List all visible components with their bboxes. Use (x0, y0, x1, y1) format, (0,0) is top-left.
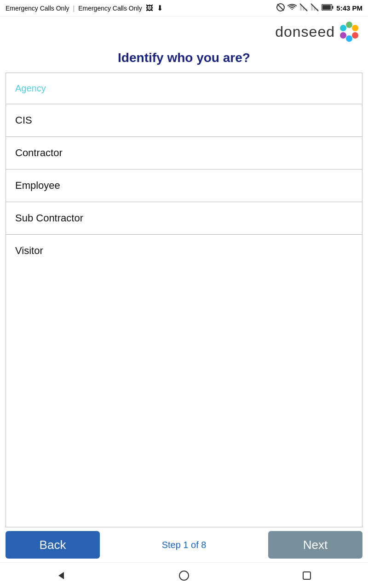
back-button[interactable]: Back (6, 531, 100, 559)
logo-text: donseed (275, 23, 335, 40)
bottom-nav: Back Step 1 of 8 Next (0, 527, 368, 562)
download-icon: ⬇ (157, 4, 163, 12)
svg-point-15 (352, 32, 358, 39)
signal-off-icon-2 (310, 3, 319, 13)
emergency-text-1: Emergency Calls Only (6, 5, 69, 12)
list-header: Agency (6, 73, 362, 104)
list-item-cis[interactable]: CIS (6, 104, 362, 137)
svg-point-13 (346, 22, 352, 28)
system-nav (0, 562, 368, 588)
logo: donseed (275, 20, 361, 43)
list-item-visitor[interactable]: Visitor (6, 235, 362, 267)
svg-point-19 (345, 28, 353, 35)
svg-point-16 (346, 35, 352, 42)
svg-rect-12 (322, 5, 331, 10)
svg-marker-20 (58, 572, 64, 579)
svg-point-21 (179, 571, 189, 580)
svg-rect-22 (303, 572, 310, 579)
home-nav-icon[interactable] (178, 569, 190, 582)
svg-rect-11 (332, 6, 334, 9)
status-bar: Emergency Calls Only | Emergency Calls O… (0, 0, 368, 17)
logo-icon (338, 20, 361, 43)
next-button[interactable]: Next (268, 531, 362, 559)
app-header: donseed (0, 17, 368, 45)
svg-line-1 (277, 4, 284, 11)
emergency-text-2: Emergency Calls Only (78, 5, 142, 12)
signal-off-icon-1 (299, 3, 308, 13)
signal-blocked-icon (276, 3, 285, 13)
time-display: 5:43 PM (336, 4, 362, 12)
back-nav-icon[interactable] (55, 569, 68, 582)
svg-point-18 (340, 25, 346, 31)
page-title: Identify who you are? (0, 45, 368, 73)
identity-list: Agency CIS Contractor Employee Sub Contr… (6, 73, 362, 527)
list-item-subcontractor[interactable]: Sub Contractor (6, 202, 362, 235)
svg-point-14 (352, 25, 358, 31)
list-item-contractor[interactable]: Contractor (6, 137, 362, 170)
recents-nav-icon[interactable] (300, 569, 313, 582)
battery-icon (322, 4, 334, 12)
list-item-employee[interactable]: Employee (6, 170, 362, 202)
step-indicator: Step 1 of 8 (162, 540, 207, 550)
image-icon: 🖼 (146, 4, 153, 12)
wifi-icon (288, 4, 297, 12)
svg-point-17 (340, 32, 346, 39)
